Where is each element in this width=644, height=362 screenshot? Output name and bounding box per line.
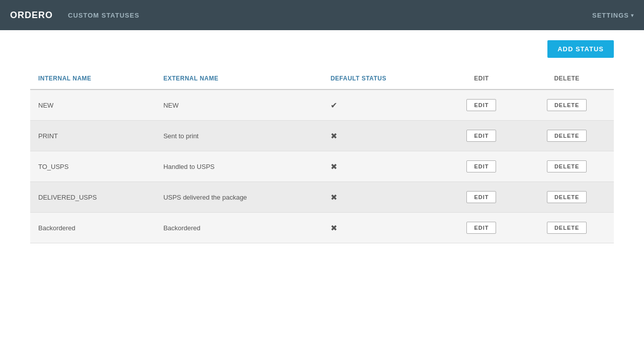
col-header-delete: DELETE — [520, 68, 614, 89]
brand-logo: ORDERO — [10, 10, 53, 21]
cell-external-name: Backordered — [155, 213, 323, 243]
edit-button[interactable]: EDIT — [466, 99, 496, 111]
cell-edit: EDIT — [443, 213, 520, 243]
cell-default-status: ✖ — [323, 151, 443, 182]
cell-default-status: ✖ — [323, 182, 443, 213]
cell-external-name: Handled to USPS — [155, 151, 323, 182]
page-title: CUSTOM STATUSES — [68, 12, 139, 19]
col-header-default-status: DEFAULT STATUS — [323, 68, 443, 89]
cell-internal-name: PRINT — [30, 121, 155, 151]
edit-button[interactable]: EDIT — [466, 222, 496, 234]
cell-external-name: Sent to print — [155, 121, 323, 151]
cell-edit: EDIT — [443, 151, 520, 182]
toolbar: ADD STATUS — [30, 40, 614, 58]
edit-button[interactable]: EDIT — [466, 130, 496, 142]
cell-external-name: USPS delivered the package — [155, 182, 323, 213]
statuses-table: INTERNAL NAME EXTERNAL NAME DEFAULT STAT… — [30, 68, 614, 243]
cell-internal-name: TO_USPS — [30, 151, 155, 182]
delete-button[interactable]: DELETE — [547, 191, 587, 203]
cell-delete: DELETE — [520, 121, 614, 151]
settings-menu[interactable]: SETTINGS ▾ — [592, 12, 634, 19]
settings-label: SETTINGS — [592, 12, 629, 19]
cell-default-status: ✖ — [323, 213, 443, 243]
table-header: INTERNAL NAME EXTERNAL NAME DEFAULT STAT… — [30, 68, 614, 89]
cell-edit: EDIT — [443, 89, 520, 121]
cell-edit: EDIT — [443, 121, 520, 151]
col-header-internal-name: INTERNAL NAME — [30, 68, 155, 89]
cell-internal-name: NEW — [30, 89, 155, 121]
cell-internal-name: Backordered — [30, 213, 155, 243]
navbar-left: ORDERO CUSTOM STATUSES — [10, 10, 139, 21]
cell-external-name: NEW — [155, 89, 323, 121]
cell-delete: DELETE — [520, 213, 614, 243]
delete-button[interactable]: DELETE — [547, 99, 587, 111]
edit-button[interactable]: EDIT — [466, 160, 496, 172]
table-row: DELIVERED_USPSUSPS delivered the package… — [30, 182, 614, 213]
navbar: ORDERO CUSTOM STATUSES SETTINGS ▾ — [0, 0, 644, 30]
chevron-down-icon: ▾ — [631, 13, 634, 18]
table-row: NEWNEW✔EDITDELETE — [30, 89, 614, 121]
cell-delete: DELETE — [520, 182, 614, 213]
delete-button[interactable]: DELETE — [547, 160, 587, 172]
cell-default-status: ✔ — [323, 89, 443, 121]
main-content: ADD STATUS INTERNAL NAME EXTERNAL NAME D… — [0, 30, 644, 253]
edit-button[interactable]: EDIT — [466, 191, 496, 203]
cell-edit: EDIT — [443, 182, 520, 213]
table-body: NEWNEW✔EDITDELETEPRINTSent to print✖EDIT… — [30, 89, 614, 243]
col-header-external-name: EXTERNAL NAME — [155, 68, 323, 89]
table-row: BackorderedBackordered✖EDITDELETE — [30, 213, 614, 243]
delete-button[interactable]: DELETE — [547, 130, 587, 142]
table-row: PRINTSent to print✖EDITDELETE — [30, 121, 614, 151]
col-header-edit: EDIT — [443, 68, 520, 89]
table-row: TO_USPSHandled to USPS✖EDITDELETE — [30, 151, 614, 182]
delete-button[interactable]: DELETE — [547, 222, 587, 234]
cell-delete: DELETE — [520, 151, 614, 182]
cell-delete: DELETE — [520, 89, 614, 121]
cell-internal-name: DELIVERED_USPS — [30, 182, 155, 213]
cell-default-status: ✖ — [323, 121, 443, 151]
add-status-button[interactable]: ADD STATUS — [547, 40, 614, 58]
